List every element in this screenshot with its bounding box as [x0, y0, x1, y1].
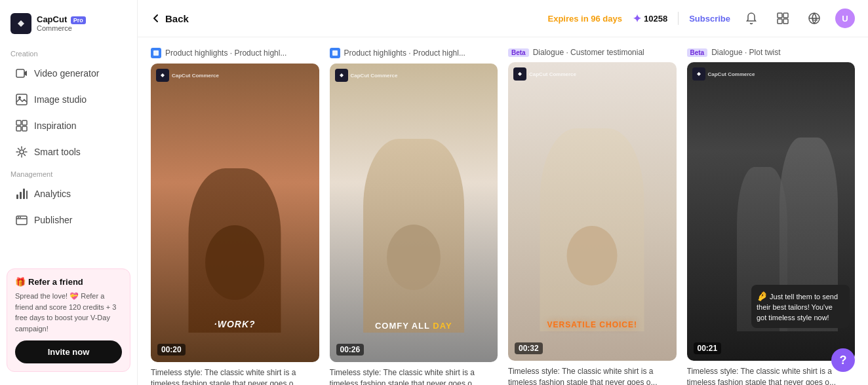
sidebar-item-image-studio[interactable]: Image studio: [5, 87, 132, 112]
sidebar-item-label: Publisher: [34, 215, 72, 225]
sidebar-logo: CapCut Pro Commerce: [0, 8, 137, 45]
notification-icon[interactable]: [741, 8, 762, 29]
sidebar-item-label: Analytics: [34, 189, 71, 199]
sidebar-item-video-generator[interactable]: Video generator: [5, 61, 132, 86]
video-card: Product highlights · Product highl... Ca…: [330, 48, 498, 385]
video-card: Beta Dialogue · Plot twist CapCut Commer…: [687, 48, 856, 385]
sidebar-item-label: Inspiration: [34, 120, 77, 131]
sidebar-item-analytics[interactable]: Analytics: [5, 181, 132, 206]
svg-rect-1: [16, 69, 24, 77]
creation-section-label: Creation: [0, 45, 137, 60]
video-overlay-text: COMFY ALL DAY: [330, 321, 498, 331]
logo-badge: Pro: [71, 16, 86, 24]
analytics-icon: [16, 188, 28, 200]
svg-point-15: [20, 217, 21, 218]
credits-plus-icon: ✦: [633, 12, 641, 25]
video-thumbnail[interactable]: CapCut Commerce ·work? 00:20: [151, 64, 319, 362]
tag-label: Dialogue · Plot twist: [711, 48, 780, 57]
capcut-watermark: CapCut Commerce: [513, 67, 576, 81]
capcut-watermark: CapCut Commerce: [335, 69, 398, 82]
subscribe-button[interactable]: Subscribe: [689, 14, 730, 24]
globe-icon[interactable]: EN: [804, 8, 825, 29]
video-tag-row: Product highlights · Product highl...: [330, 48, 498, 58]
video-thumbnail[interactable]: CapCut Commerce 🤌 Just tell them to send…: [687, 62, 856, 361]
refer-title: 🎁 Refer a friend: [15, 277, 122, 287]
videos-grid: Product highlights · Product highl... Ca…: [151, 48, 855, 385]
video-thumbnail[interactable]: CapCut Commerce COMFY ALL DAY 00:26: [330, 64, 498, 362]
video-tag-row: Beta Dialogue · Plot twist: [687, 48, 856, 57]
sidebar-item-label: Video generator: [34, 68, 99, 79]
smart-tools-icon: [16, 146, 28, 158]
logo-sub-text: Commerce: [37, 24, 86, 33]
svg-text:EN: EN: [813, 18, 818, 22]
publisher-icon: [16, 214, 28, 226]
video-overlay-bubble: 🤌 Just tell them to send their best tail…: [751, 285, 850, 328]
video-tag-row: Beta Dialogue · Customer testimonial: [508, 48, 677, 57]
tag-label: Product highlights · Product highl...: [344, 48, 465, 58]
sidebar-item-smart-tools[interactable]: Smart tools: [5, 139, 132, 164]
image-studio-icon: [16, 94, 28, 105]
video-duration: 00:21: [694, 342, 722, 354]
video-duration: 00:32: [515, 342, 543, 354]
svg-rect-6: [16, 126, 21, 131]
video-overlay-text: VERSATILE CHOICE!: [508, 320, 677, 329]
svg-rect-12: [26, 191, 28, 199]
svg-rect-4: [16, 120, 21, 125]
video-thumbnail[interactable]: CapCut Commerce VERSATILE CHOICE! 00:32: [508, 62, 677, 361]
refer-card: 🎁 Refer a friend Spread the love! 💝 Refe…: [7, 268, 130, 372]
video-generator-icon: [16, 67, 28, 79]
logo-main-text: CapCut: [37, 14, 67, 24]
refer-title-text: Refer a friend: [28, 277, 83, 287]
video-duration: 00:26: [336, 344, 365, 356]
back-label: Back: [165, 13, 189, 24]
sidebar: CapCut Pro Commerce Creation Video gener…: [0, 0, 138, 385]
svg-rect-17: [783, 13, 788, 18]
main-content: Back Expires in 96 days ✦ 10258 Subscrib…: [138, 0, 868, 385]
credits-value: 10258: [644, 14, 667, 24]
video-overlay-text: ·work?: [151, 319, 319, 329]
video-duration: 00:20: [157, 344, 186, 356]
beta-badge: Beta: [687, 48, 708, 57]
inspiration-icon: [16, 120, 28, 132]
svg-rect-22: [153, 50, 159, 56]
svg-rect-18: [778, 19, 782, 24]
svg-point-8: [20, 150, 24, 154]
svg-rect-23: [332, 50, 338, 56]
layout-icon[interactable]: [772, 8, 793, 29]
logo-icon: [10, 13, 31, 34]
video-tag-row: Product highlights · Product highl...: [151, 48, 319, 58]
topbar: Back Expires in 96 days ✦ 10258 Subscrib…: [138, 0, 868, 37]
video-card: Beta Dialogue · Customer testimonial Cap…: [508, 48, 677, 385]
product-highlights-icon: [330, 48, 340, 58]
credits-badge: ✦ 10258: [633, 12, 667, 25]
sidebar-item-publisher[interactable]: Publisher: [5, 208, 132, 232]
video-caption: Timeless style: The classic white shirt …: [687, 366, 856, 385]
refer-description: Spread the love! 💝 Refer a friend and sc…: [15, 291, 122, 334]
video-caption: Timeless style: The classic white shirt …: [151, 367, 319, 385]
back-button[interactable]: Back: [151, 13, 189, 24]
user-avatar[interactable]: U: [835, 9, 855, 28]
capcut-watermark: CapCut Commerce: [692, 67, 755, 81]
topbar-divider: [678, 12, 679, 25]
invite-button[interactable]: Invite now: [15, 340, 122, 363]
svg-rect-7: [22, 126, 27, 131]
capcut-logo: [156, 69, 169, 82]
sidebar-item-label: Smart tools: [34, 147, 81, 157]
capcut-watermark: CapCut Commerce: [156, 69, 219, 82]
sidebar-item-inspiration[interactable]: Inspiration: [5, 113, 132, 138]
svg-rect-11: [23, 189, 25, 199]
help-button[interactable]: ?: [831, 348, 855, 372]
video-caption: Timeless style: The classic white shirt …: [508, 366, 677, 385]
expires-text: Expires in 96 days: [548, 14, 622, 24]
beta-badge: Beta: [508, 48, 529, 57]
svg-point-14: [18, 217, 19, 218]
sidebar-item-label: Image studio: [34, 94, 87, 105]
capcut-logo: [692, 67, 705, 81]
video-caption: Timeless style: The classic white shirt …: [330, 367, 498, 385]
tag-label: Dialogue · Customer testimonial: [533, 48, 644, 57]
svg-rect-5: [22, 120, 27, 125]
videos-container: Product highlights · Product highl... Ca…: [138, 37, 868, 385]
tag-label: Product highlights · Product highl...: [165, 48, 286, 58]
svg-rect-16: [778, 13, 782, 18]
svg-rect-9: [16, 194, 18, 199]
